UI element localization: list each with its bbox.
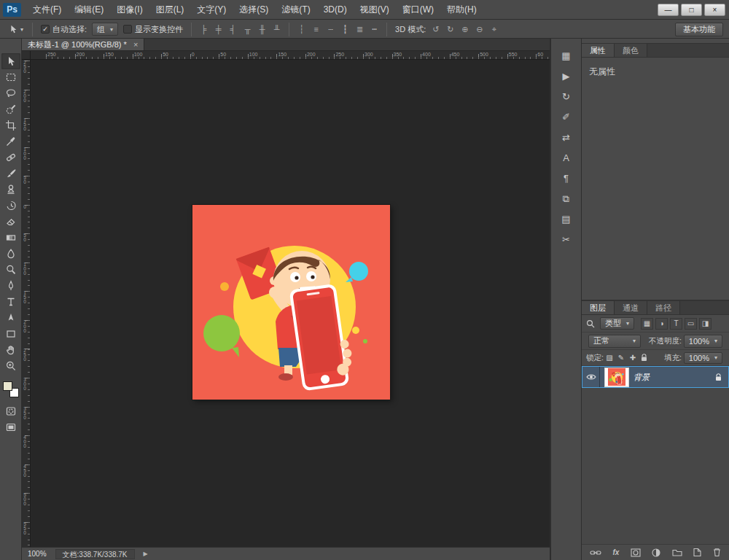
pen-tool[interactable] <box>1 278 20 294</box>
crop-tool[interactable] <box>1 117 20 133</box>
menu-item[interactable]: 编辑(E) <box>68 0 110 19</box>
panel-strip-icon[interactable]: ✐ <box>556 109 576 125</box>
panel-strip-icon[interactable]: ▤ <box>556 211 576 228</box>
panel-strip-icon[interactable]: ✂ <box>556 231 576 248</box>
filter-type-dropdown[interactable]: 类型 ▾ <box>600 317 634 330</box>
document-tab[interactable]: 未标题-1 @ 100%(RGB/8) * × <box>22 39 144 50</box>
move-tool[interactable] <box>1 53 20 69</box>
zoom-level-field[interactable]: 100% <box>28 550 47 558</box>
align-icon[interactable]: ╫ <box>255 23 269 36</box>
opacity-dropdown[interactable]: 100% ▾ <box>684 335 722 348</box>
foreground-color-swatch[interactable] <box>3 381 12 391</box>
new-layer-button[interactable] <box>693 548 701 557</box>
panel-strip-icon[interactable]: ⧉ <box>556 190 576 207</box>
panel-strip-icon[interactable]: ▶ <box>556 68 576 85</box>
panel-strip-icon[interactable]: ⇄ <box>556 129 576 146</box>
menu-item[interactable]: 文件(F) <box>26 0 68 19</box>
layer-style-button[interactable]: fx <box>613 548 620 556</box>
blur-tool[interactable] <box>1 246 20 262</box>
tool-preset-picker[interactable]: ▾ <box>4 24 27 34</box>
lock-image-icon[interactable]: ✎ <box>615 352 627 363</box>
align-icon[interactable]: ╞ <box>197 23 211 36</box>
gradient-tool[interactable] <box>1 230 20 246</box>
distribute-icon[interactable]: ┅ <box>367 23 381 36</box>
panel-strip-icon[interactable]: ↻ <box>556 88 576 105</box>
horizontal-type-tool[interactable] <box>1 294 20 310</box>
layer-visibility-toggle[interactable] <box>582 367 600 387</box>
menu-item[interactable]: 滤镜(T) <box>275 0 316 19</box>
link-layers-button[interactable] <box>590 548 601 557</box>
layer-thumbnail[interactable] <box>605 368 628 386</box>
layer-filter-icon[interactable]: ◨ <box>699 318 712 330</box>
3d-mode-icon[interactable]: ⊕ <box>458 23 472 36</box>
blend-mode-dropdown[interactable]: 正常 ▾ <box>588 335 641 348</box>
distribute-icon[interactable]: ┆ <box>295 23 308 36</box>
rectangle-tool[interactable] <box>1 326 20 342</box>
spot-healing-brush-tool[interactable] <box>1 149 20 166</box>
screen-mode-button[interactable] <box>1 419 20 435</box>
panel-strip-icon[interactable]: ▦ <box>556 47 576 64</box>
3d-mode-icon[interactable]: ↻ <box>443 23 457 36</box>
eraser-tool[interactable] <box>1 214 20 230</box>
menu-item[interactable]: 3D(D) <box>317 0 354 19</box>
layer-filter-icon[interactable]: T <box>670 318 682 330</box>
lock-position-icon[interactable]: ✚ <box>627 352 639 363</box>
canvas[interactable] <box>31 60 550 547</box>
path-selection-tool[interactable] <box>1 310 20 326</box>
tab-layers[interactable]: 图层 <box>582 301 615 314</box>
close-button[interactable]: × <box>704 4 725 16</box>
auto-select-scope-dropdown[interactable]: 组 ▾ <box>92 23 118 36</box>
zoom-tool[interactable] <box>1 358 20 374</box>
layer-filter-icon[interactable]: ▭ <box>685 318 697 330</box>
align-icon[interactable]: ╡ <box>226 23 240 36</box>
lock-all-icon[interactable] <box>639 352 650 363</box>
menu-item[interactable]: 帮助(H) <box>440 0 483 19</box>
workspace-switcher-button[interactable]: 基本功能 <box>675 23 723 36</box>
brush-tool[interactable] <box>1 166 20 182</box>
show-transform-checkbox[interactable] <box>123 25 132 34</box>
add-layer-mask-button[interactable] <box>631 548 641 557</box>
adjustment-layer-button[interactable] <box>652 548 660 557</box>
tab-color[interactable]: 颜色 <box>615 44 647 57</box>
tab-properties[interactable]: 属性 <box>582 44 615 57</box>
menu-item[interactable]: 视图(V) <box>354 0 396 19</box>
menu-item[interactable]: 窗口(W) <box>396 0 440 19</box>
fill-dropdown[interactable]: 100% ▾ <box>684 352 722 364</box>
hand-tool[interactable] <box>1 342 20 358</box>
new-group-button[interactable] <box>672 548 682 556</box>
clone-stamp-tool[interactable] <box>1 182 20 198</box>
rectangular-marquee-tool[interactable] <box>1 69 20 85</box>
layer-row-background[interactable]: 背景 <box>582 366 729 388</box>
align-icon[interactable]: ╥ <box>241 23 254 36</box>
panel-strip-icon[interactable]: ¶ <box>556 170 576 187</box>
lock-transparency-icon[interactable]: ▨ <box>604 352 615 363</box>
status-options-arrow-icon[interactable]: ▶ <box>144 551 148 557</box>
distribute-icon[interactable]: ┄ <box>324 23 338 36</box>
align-icon[interactable]: ╨ <box>270 23 284 36</box>
tab-close-icon[interactable]: × <box>133 40 138 49</box>
menu-item[interactable]: 选择(S) <box>233 0 275 19</box>
auto-select-checkbox[interactable]: ✓ <box>41 25 50 34</box>
menu-item[interactable]: 图层(L) <box>149 0 191 19</box>
menu-item[interactable]: 图像(I) <box>110 0 149 19</box>
align-icon[interactable]: ╪ <box>211 23 225 36</box>
tab-paths[interactable]: 路径 <box>647 301 680 314</box>
tab-channels[interactable]: 通道 <box>615 301 647 314</box>
distribute-icon[interactable]: ┇ <box>338 23 352 36</box>
panel-strip-icon[interactable]: A <box>556 149 576 166</box>
quick-mask-button[interactable] <box>1 403 20 419</box>
maximize-button[interactable]: □ <box>681 4 702 16</box>
3d-mode-icon[interactable]: ⌖ <box>487 23 501 36</box>
3d-mode-icon[interactable]: ⊖ <box>472 23 486 36</box>
3d-mode-icon[interactable]: ↺ <box>429 23 443 36</box>
distribute-icon[interactable]: ≡ <box>309 23 323 36</box>
eyedropper-tool[interactable] <box>1 133 20 149</box>
minimize-button[interactable]: — <box>658 4 679 16</box>
document-image[interactable] <box>192 205 390 400</box>
history-brush-tool[interactable] <box>1 198 20 214</box>
layer-filter-icon[interactable]: ◑ <box>655 318 668 330</box>
lasso-tool[interactable] <box>1 85 20 101</box>
delete-layer-button[interactable] <box>713 548 721 557</box>
distribute-icon[interactable]: ≣ <box>353 23 367 36</box>
layer-filter-icon[interactable]: ▦ <box>641 318 653 330</box>
